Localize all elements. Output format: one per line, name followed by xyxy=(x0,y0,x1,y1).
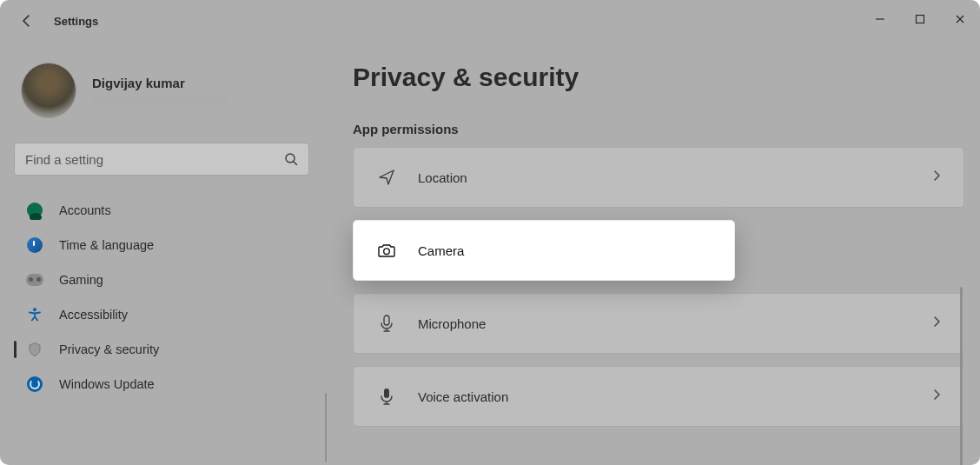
nav-list: Accounts Time & language Gaming Accessib… xyxy=(14,193,322,402)
profile-email-redacted xyxy=(92,94,231,106)
chevron-right-icon xyxy=(930,169,943,185)
window-controls xyxy=(860,0,980,38)
chevron-right-icon xyxy=(930,389,943,404)
sidebar-item-accessibility[interactable]: Accessibility xyxy=(14,297,322,332)
gaming-icon xyxy=(26,271,43,289)
search-input[interactable] xyxy=(25,152,268,167)
main-scrollbar[interactable] xyxy=(960,287,963,465)
sidebar-item-windows-update[interactable]: Windows Update xyxy=(14,367,322,402)
svg-rect-4 xyxy=(384,316,389,325)
permission-row-location[interactable]: Location xyxy=(353,147,964,208)
app-title: Settings xyxy=(54,15,98,28)
svg-rect-5 xyxy=(384,389,389,398)
sidebar-item-gaming[interactable]: Gaming xyxy=(14,262,322,297)
permission-row-camera[interactable]: Camera xyxy=(353,220,735,281)
sidebar-scrollbar[interactable] xyxy=(325,393,327,462)
close-button[interactable] xyxy=(940,0,980,38)
sidebar: Digvijay kumar Accounts Time & language … xyxy=(14,63,322,402)
sidebar-item-privacy-security[interactable]: Privacy & security xyxy=(14,332,322,367)
sidebar-item-time-language[interactable]: Time & language xyxy=(14,228,322,262)
top-bar: Settings xyxy=(0,0,98,42)
time-language-icon xyxy=(26,236,43,254)
location-arrow-icon xyxy=(374,168,399,187)
shield-icon xyxy=(26,341,43,358)
camera-icon xyxy=(374,240,399,261)
sidebar-item-accounts[interactable]: Accounts xyxy=(14,193,322,228)
search-icon xyxy=(284,152,298,166)
sidebar-item-label: Gaming xyxy=(59,273,103,287)
svg-point-2 xyxy=(33,308,36,311)
sidebar-item-label: Accessibility xyxy=(59,308,128,322)
sidebar-item-label: Privacy & security xyxy=(59,342,159,356)
svg-point-1 xyxy=(286,154,295,163)
svg-point-3 xyxy=(384,249,390,255)
voice-activation-icon xyxy=(374,387,399,406)
permission-row-label: Microphone xyxy=(418,316,930,331)
microphone-icon xyxy=(374,314,399,333)
back-button[interactable] xyxy=(19,13,35,29)
accessibility-icon xyxy=(26,306,43,323)
permission-row-label: Camera xyxy=(418,243,713,258)
chevron-right-icon xyxy=(930,316,943,331)
minimize-button[interactable] xyxy=(860,0,900,38)
main-content: Privacy & security App permissions Locat… xyxy=(353,63,964,465)
search-box[interactable] xyxy=(14,143,309,176)
page-title: Privacy & security xyxy=(353,63,964,92)
sidebar-item-label: Accounts xyxy=(59,203,111,217)
permission-row-microphone[interactable]: Microphone xyxy=(353,293,964,354)
profile-text: Digvijay kumar xyxy=(92,76,231,106)
accounts-icon xyxy=(26,202,43,219)
permission-row-label: Location xyxy=(418,170,930,185)
profile-name: Digvijay kumar xyxy=(92,76,231,90)
settings-window: Settings Digvijay kumar Accounts Time & xyxy=(0,0,980,465)
permission-row-label: Voice activation xyxy=(418,389,930,404)
profile-block[interactable]: Digvijay kumar xyxy=(21,63,322,118)
permission-row-voice-activation[interactable]: Voice activation xyxy=(353,366,964,427)
maximize-button[interactable] xyxy=(900,0,940,38)
svg-rect-0 xyxy=(917,16,924,23)
windows-update-icon xyxy=(26,375,43,393)
sidebar-item-label: Windows Update xyxy=(59,377,155,391)
sidebar-item-label: Time & language xyxy=(59,238,154,252)
avatar xyxy=(21,63,76,118)
section-title: App permissions xyxy=(353,122,964,136)
